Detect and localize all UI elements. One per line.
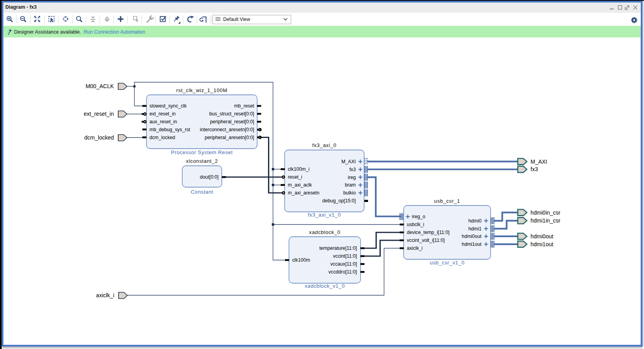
svg-text:bulkio: bulkio <box>343 190 356 196</box>
svg-text:usb_csr_v1_0: usb_csr_v1_0 <box>430 260 465 266</box>
svg-text:ext_reset_in: ext_reset_in <box>149 111 176 117</box>
svg-text:vccaux[11:0]: vccaux[11:0] <box>330 261 357 267</box>
svg-text:M00_ACLK: M00_ACLK <box>85 83 114 89</box>
svg-text:vccint_volt_i[11:0]: vccint_volt_i[11:0] <box>407 238 445 243</box>
svg-text:dout[0:0]: dout[0:0] <box>200 174 219 180</box>
svg-text:dcm_locked: dcm_locked <box>149 135 175 140</box>
svg-text:temperature[11:0]: temperature[11:0] <box>319 245 357 251</box>
svg-text:xlconstant_2: xlconstant_2 <box>186 158 218 164</box>
svg-text:hdmi1out: hdmi1out <box>462 241 482 247</box>
svg-text:Processor System Reset: Processor System Reset <box>171 149 232 155</box>
svg-text:fx3_axi_0: fx3_axi_0 <box>312 142 337 148</box>
svg-text:aux_reset_in: aux_reset_in <box>149 119 177 125</box>
svg-text:clk100m: clk100m <box>292 257 310 263</box>
svg-text:rst_clk_wiz_1_100M: rst_clk_wiz_1_100M <box>176 87 227 93</box>
svg-text:xadcblock_0: xadcblock_0 <box>309 229 340 235</box>
svg-text:hdmi1out: hdmi1out <box>531 241 553 247</box>
svg-text:bram: bram <box>345 182 356 188</box>
svg-text:peripheral_aresetn[0:0]: peripheral_aresetn[0:0] <box>205 135 254 140</box>
svg-text:m_axi_aclk: m_axi_aclk <box>288 182 312 188</box>
svg-text:device_temp_i[11:0]: device_temp_i[11:0] <box>407 230 449 235</box>
svg-text:xadcblock_v1_0: xadcblock_v1_0 <box>305 283 345 289</box>
svg-text:Diagram - fx3: Diagram - fx3 <box>6 4 37 10</box>
svg-text:ireg_o: ireg_o <box>412 214 425 219</box>
svg-text:mb_reset: mb_reset <box>234 103 254 109</box>
svg-text:slowest_sync_clk: slowest_sync_clk <box>149 103 187 109</box>
svg-text:hdmi0out: hdmi0out <box>531 233 553 240</box>
svg-text:m_axi_aresetn: m_axi_aresetn <box>288 190 319 196</box>
svg-text:peripheral_reset[0:0]: peripheral_reset[0:0] <box>210 119 254 125</box>
svg-text:hdmi0: hdmi0 <box>468 218 482 224</box>
svg-text:fx3: fx3 <box>531 166 538 172</box>
svg-text:M_AXI: M_AXI <box>341 159 356 164</box>
svg-text:reset_i: reset_i <box>288 174 302 180</box>
svg-text:hdmi1: hdmi1 <box>468 226 482 232</box>
svg-text:axiclk_i: axiclk_i <box>96 292 114 298</box>
svg-text:fx3: fx3 <box>349 167 356 172</box>
svg-text:dcm_locked: dcm_locked <box>84 134 114 141</box>
svg-text:ext_reset_in: ext_reset_in <box>84 111 114 117</box>
svg-text:vccint[11:0]: vccint[11:0] <box>333 253 357 259</box>
svg-text:bus_struct_reset[0:0]: bus_struct_reset[0:0] <box>209 111 254 117</box>
svg-text:interconnect_aresetn[0:0]: interconnect_aresetn[0:0] <box>200 127 254 132</box>
svg-text:usbclk_i: usbclk_i <box>407 222 424 227</box>
svg-text:hdmi0out: hdmi0out <box>462 234 482 239</box>
svg-text:hdmi1in_csr: hdmi1in_csr <box>531 217 561 224</box>
svg-text:M_AXI: M_AXI <box>531 158 547 165</box>
svg-text:hdmi0in_csr: hdmi0in_csr <box>531 209 561 216</box>
svg-text:usb_csr_1: usb_csr_1 <box>434 198 460 204</box>
svg-text:Designer Assistance available.: Designer Assistance available. <box>14 29 81 35</box>
svg-text:fx3_axi_v1_0: fx3_axi_v1_0 <box>308 212 341 218</box>
svg-text:Constant: Constant <box>191 189 213 195</box>
svg-text:Run Connection Automation: Run Connection Automation <box>84 29 145 35</box>
svg-text:vccddro[11:0]: vccddro[11:0] <box>329 269 357 275</box>
svg-text:mb_debug_sys_rst: mb_debug_sys_rst <box>149 127 191 132</box>
svg-text:axiclk_i: axiclk_i <box>407 245 423 251</box>
svg-text:debug_op[15:0]: debug_op[15:0] <box>322 198 356 204</box>
svg-text:ireg: ireg <box>348 175 356 180</box>
svg-text:clk100m_i: clk100m_i <box>288 166 310 172</box>
svg-text:Default View: Default View <box>223 17 250 22</box>
